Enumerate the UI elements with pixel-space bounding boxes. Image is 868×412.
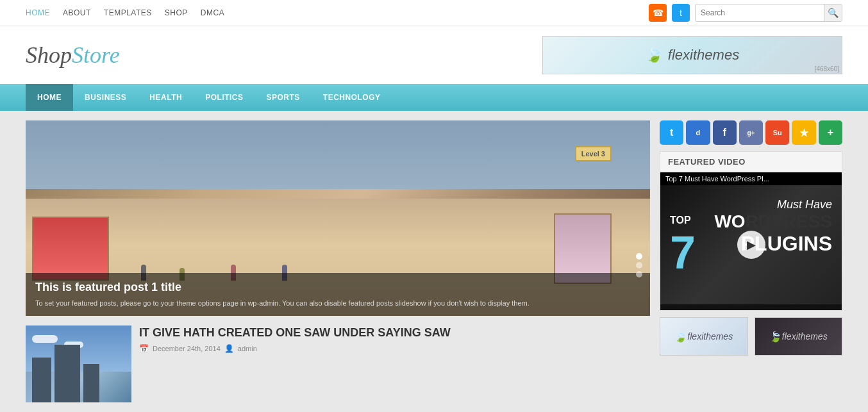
twitter-icon-top[interactable]: t <box>672 4 690 22</box>
featured-overlay: This is featured post 1 title To set you… <box>26 273 650 317</box>
banner-size: [468x60] <box>815 65 839 72</box>
top-right: ☎ t 🔍 <box>649 4 842 22</box>
video-plugins: PLUGINS <box>714 232 832 256</box>
level-sign: Level 3 <box>575 146 612 161</box>
nav-business[interactable]: BUSINESS <box>73 84 138 111</box>
social-bookmark[interactable]: ★ <box>792 120 815 145</box>
post-row: IT GIVE HATH CREATED ONE SAW UNDER SAYIN… <box>26 325 650 402</box>
user-icon: 👤 <box>224 344 234 353</box>
top-nav-templates[interactable]: TEMPLATES <box>104 8 152 17</box>
video-number: 7 <box>670 229 696 276</box>
play-button[interactable]: ▶ <box>737 231 765 259</box>
rss-icon[interactable]: ☎ <box>649 4 667 22</box>
store-front-1 <box>32 217 109 281</box>
banner-brand: flexithemes <box>668 47 739 63</box>
video-title: Top 7 Must Have WordPress Pl... <box>660 172 842 185</box>
mall-ceiling <box>26 120 650 189</box>
bottom-ad-2[interactable]: 🍃 flexithemes <box>755 317 843 356</box>
post-content: IT GIVE HATH CREATED ONE SAW UNDER SAYIN… <box>139 325 650 353</box>
social-google[interactable]: g+ <box>739 120 763 145</box>
featured-post-desc: To set your featured posts, please go to… <box>35 298 640 309</box>
featured-post-title: This is featured post 1 title <box>35 281 640 294</box>
video-thumbnail[interactable]: Top 7 Must Have WordPress Pl... TOP 7 Mu… <box>660 172 842 310</box>
social-twitter[interactable]: t <box>660 120 683 145</box>
top-nav-dmca[interactable]: DMCA <box>201 8 224 17</box>
search-box: 🔍 <box>695 4 842 22</box>
video-right-text: Must Have WORDPRESS PLUGINS <box>714 198 832 256</box>
top-nav-shop[interactable]: SHOP <box>165 8 188 17</box>
nav-technology[interactable]: TECHNOLOGY <box>312 84 392 111</box>
bottom-ad-1[interactable]: 🍃 flexithemes <box>660 317 748 356</box>
nav-politics[interactable]: POLITICS <box>194 84 255 111</box>
social-facebook[interactable]: f <box>713 120 737 145</box>
slider-nav <box>636 253 642 277</box>
featured-video-header: FEATURED VIDEO <box>660 152 842 172</box>
top-bar: HOME ABOUT TEMPLATES SHOP DMCA ☎ t 🔍 <box>0 0 868 26</box>
main-nav: HOME BUSINESS HEALTH POLITICS SPORTS TEC… <box>0 84 868 111</box>
search-input[interactable] <box>696 4 824 21</box>
social-plus[interactable]: + <box>819 120 842 145</box>
center-column: Level 3 This is featured post 1 title To… <box>26 120 650 402</box>
bottom-ad-2-text: flexithemes <box>782 331 828 342</box>
banner-ad[interactable]: 🍃 flexithemes [468x60] <box>542 36 842 74</box>
bottom-ad-row: 🍃 flexithemes 🍃 flexithemes <box>660 317 842 356</box>
video-wp-press: WORDPRESS <box>714 211 832 232</box>
video-rdpress: RDPRESS <box>746 211 832 231</box>
main-content: Level 3 This is featured post 1 title To… <box>0 111 868 412</box>
top-nav-about[interactable]: ABOUT <box>63 8 91 17</box>
post-date: December 24th, 2014 <box>153 345 221 352</box>
logo-store: Store <box>72 42 120 68</box>
video-play-area[interactable]: TOP 7 Must Have WORDPRESS PLUGINS ▶ <box>660 185 842 304</box>
social-delicious[interactable]: d <box>686 120 710 145</box>
social-stumbleupon[interactable]: Su <box>765 120 789 145</box>
logo: ShopStore <box>26 42 120 69</box>
social-icons-row: t d f g+ Su ★ + <box>660 120 842 145</box>
nav-sports[interactable]: SPORTS <box>255 84 311 111</box>
top-nav-home[interactable]: HOME <box>26 8 50 17</box>
video-wo: WO <box>714 211 745 231</box>
top-nav: HOME ABOUT TEMPLATES SHOP DMCA <box>26 8 224 17</box>
banner-flexi-logo: 🍃 flexithemes <box>646 47 739 63</box>
building-3 <box>83 364 99 402</box>
nav-home[interactable]: HOME <box>26 84 73 111</box>
building-2 <box>54 345 80 402</box>
slider-dot-3[interactable] <box>636 271 642 277</box>
right-sidebar: t d f g+ Su ★ + FEATURED VIDEO Top 7 Mus… <box>660 120 842 356</box>
header: ShopStore 🍃 flexithemes [468x60] <box>0 26 868 84</box>
featured-video-box: FEATURED VIDEO Top 7 Must Have WordPress… <box>660 151 842 311</box>
post-meta: 📅 December 24th, 2014 👤 admin <box>139 344 650 353</box>
search-button[interactable]: 🔍 <box>824 4 842 21</box>
post-title[interactable]: IT GIVE HATH CREATED ONE SAW UNDER SAYIN… <box>139 325 650 340</box>
logo-shop: Shop <box>26 42 72 68</box>
post-author[interactable]: admin <box>238 345 257 352</box>
calendar-icon: 📅 <box>139 344 149 353</box>
bottom-ad-1-text: flexithemes <box>687 331 733 342</box>
featured-slider[interactable]: Level 3 This is featured post 1 title To… <box>26 120 650 316</box>
video-must: Must Have <box>714 198 832 211</box>
slider-dot-2[interactable] <box>636 262 642 268</box>
video-top-label: TOP <box>670 215 691 226</box>
post-thumbnail[interactable] <box>26 325 131 402</box>
nav-health[interactable]: HEALTH <box>138 84 194 111</box>
cloud-1 <box>32 335 58 343</box>
slider-dot-1[interactable] <box>636 253 642 260</box>
building-1 <box>32 358 51 402</box>
